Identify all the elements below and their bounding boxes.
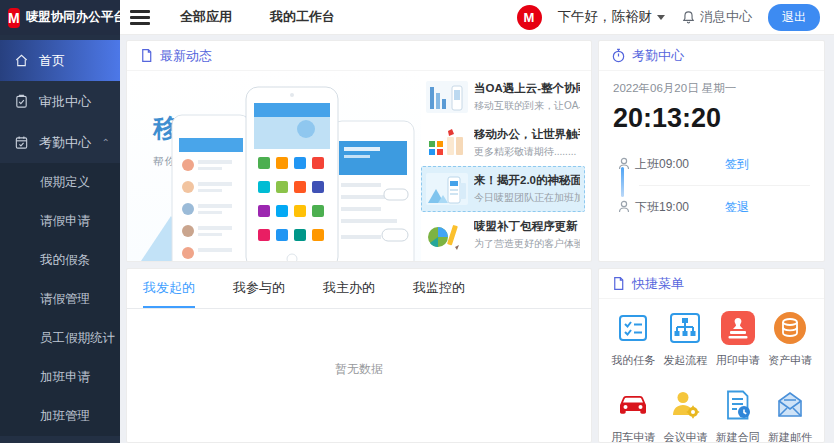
quick-menu-title: 快捷菜单 [632, 275, 684, 293]
menu-toggle-icon[interactable] [130, 10, 150, 25]
process-tabs: 我发起的 我参与的 我主办的 我监控的 [127, 269, 591, 309]
news-thumbnail [426, 173, 468, 205]
news-item[interactable]: 移动办公，让世界触手可 更多精彩敬请期待........ [421, 120, 585, 166]
check-out-link[interactable]: 签退 [725, 199, 749, 216]
quick-item-label: 会议申请 [663, 430, 707, 443]
phones-graphic [164, 83, 419, 261]
sidebar-item-employee-holiday-stats[interactable]: 员工假期统计 [0, 319, 120, 358]
top-header: M 唛盟协同办公平台 全部应用 我的工作台 M 下午好，陈裕财 消息中心 退出 [0, 0, 834, 35]
sidebar-item-label: 审批中心 [39, 93, 91, 111]
timeline-connector [621, 167, 624, 197]
attendance-panel-header: 考勤中心 [599, 41, 824, 71]
quick-item-label: 用车申请 [611, 430, 655, 443]
news-title: 移动办公，让世界触手可 [474, 127, 580, 142]
news-list: 当OA遇上云-整个协同OA 移动互联的到来，让OA与云 移动办公，让世界触手可 … [421, 71, 591, 261]
tab-monitored-by-me[interactable]: 我监控的 [413, 269, 465, 308]
sidebar-item-leave-management[interactable]: 请假管理 [0, 280, 120, 319]
top-nav: 全部应用 我的工作台 [180, 8, 335, 26]
news-desc: 为了营造更好的客户体验，唛 [474, 237, 580, 251]
car-icon [616, 388, 650, 422]
user-greeting-menu[interactable]: 下午好，陈裕财 [558, 8, 666, 26]
news-panel-header: 最新动态 [127, 41, 591, 71]
quick-item-label: 我的任务 [611, 353, 655, 368]
quick-item-meeting-request[interactable]: 会议申请 [663, 388, 707, 443]
attendance-clock: 20:13:20 [613, 103, 810, 134]
contract-icon [721, 388, 755, 422]
divider [639, 185, 810, 186]
app-brand: M 唛盟协同办公平台 [0, 0, 120, 35]
quick-item-asset-request[interactable]: 资产申请 [768, 311, 812, 368]
news-item-active[interactable]: 来！揭开2.0的神秘面纱- 今日唛盟团队正在加班加点， [421, 166, 585, 212]
sidebar-item-overtime-management[interactable]: 加班管理 [0, 397, 120, 436]
home-icon [14, 53, 29, 68]
quick-item-new-mail[interactable]: 新建邮件 [768, 388, 812, 443]
news-thumbnail [426, 127, 468, 159]
user-avatar[interactable]: M [517, 5, 542, 30]
flow-icon [668, 311, 702, 345]
header-right: M 下午好，陈裕财 消息中心 退出 [517, 4, 821, 31]
sidebar-item-label: 考勤中心 [39, 134, 91, 152]
sidebar-item-attendance-center[interactable]: 考勤中心 ⌃ [0, 122, 120, 163]
bell-icon [681, 10, 696, 25]
quick-item-label: 新建邮件 [768, 430, 812, 443]
news-title: 来！揭开2.0的神秘面纱- [474, 173, 580, 188]
nav-my-workbench[interactable]: 我的工作台 [270, 8, 335, 26]
check-out-label: 下班19:00 [635, 199, 689, 216]
promo-carousel[interactable]: 移动办公 帮你领先同行 把工作带出办公室 [127, 71, 421, 261]
header-main: 全部应用 我的工作台 M 下午好，陈裕财 消息中心 退出 [120, 0, 834, 35]
attendance-panel: 考勤中心 2022年06月20日 星期一 20:13:20 上班09:00 签到 [598, 40, 825, 262]
sidebar-submenu: 假期定义 请假申请 我的假条 请假管理 员工假期统计 加班申请 加班管理 [0, 163, 120, 436]
attendance-panel-title: 考勤中心 [632, 47, 684, 65]
app-title: 唛盟协同办公平台 [26, 9, 126, 26]
stopwatch-icon [611, 48, 626, 63]
quick-item-label: 发起流程 [663, 353, 707, 368]
meeting-icon [668, 388, 702, 422]
news-panel-title: 最新动态 [160, 47, 212, 65]
sidebar-item-holiday-definition[interactable]: 假期定义 [0, 163, 120, 202]
seal-icon [721, 311, 755, 345]
message-center-label: 消息中心 [700, 8, 752, 26]
news-desc: 更多精彩敬请期待........ [474, 145, 580, 159]
quick-item-my-tasks[interactable]: 我的任务 [611, 311, 655, 368]
sidebar-item-overtime-request[interactable]: 加班申请 [0, 358, 120, 397]
quick-menu-grid: 我的任务 发起流程 [599, 299, 824, 443]
sidebar-item-home[interactable]: 首页 [0, 40, 120, 81]
news-thumbnail [426, 219, 468, 251]
quick-item-label: 资产申请 [768, 353, 812, 368]
quick-item-label: 用印申请 [716, 353, 760, 368]
document-icon [611, 276, 626, 291]
nav-all-apps[interactable]: 全部应用 [180, 8, 232, 26]
news-desc: 移动互联的到来，让OA与云 [474, 99, 580, 113]
quick-item-new-contract[interactable]: 新建合同 [716, 388, 760, 443]
tab-participated-by-me[interactable]: 我参与的 [233, 269, 285, 308]
check-in-label: 上班09:00 [635, 156, 689, 173]
sidebar: 首页 审批中心 考勤中心 ⌃ 假期定义 请假申请 我的假条 请假管理 员工假期统… [0, 35, 120, 443]
quick-item-vehicle-request[interactable]: 用车申请 [611, 388, 655, 443]
sidebar-item-my-leave-notes[interactable]: 我的假条 [0, 241, 120, 280]
sidebar-item-label: 首页 [39, 52, 65, 70]
chevron-up-icon: ⌃ [102, 137, 110, 148]
tab-initiated-by-me[interactable]: 我发起的 [143, 269, 195, 308]
quick-menu-header: 快捷菜单 [599, 269, 824, 299]
news-desc: 今日唛盟团队正在加班加点， [474, 191, 580, 205]
news-item[interactable]: 当OA遇上云-整个协同OA 移动互联的到来，让OA与云 [421, 74, 585, 120]
chevron-down-icon [657, 15, 665, 20]
news-title: 当OA遇上云-整个协同OA [474, 81, 580, 96]
my-processes-panel: 我发起的 我参与的 我主办的 我监控的 暂无数据 [126, 268, 592, 443]
empty-state-text: 暂无数据 [127, 309, 591, 378]
news-item[interactable]: 唛盟补丁包程序更新 为了营造更好的客户体验，唛 [421, 212, 585, 258]
tab-hosted-by-me[interactable]: 我主办的 [323, 269, 375, 308]
check-in-link[interactable]: 签到 [725, 156, 749, 173]
news-thumbnail [426, 81, 468, 113]
document-icon [139, 48, 154, 63]
logout-button[interactable]: 退出 [768, 4, 820, 31]
quick-item-start-flow[interactable]: 发起流程 [663, 311, 707, 368]
sidebar-item-leave-request[interactable]: 请假申请 [0, 202, 120, 241]
quick-item-seal-request[interactable]: 用印申请 [716, 311, 760, 368]
check-in-row: 上班09:00 签到 [613, 147, 810, 181]
attendance-date: 2022年06月20日 星期一 [613, 81, 810, 96]
person-icon [613, 199, 635, 215]
sidebar-item-approval-center[interactable]: 审批中心 [0, 81, 120, 122]
news-title: 唛盟补丁包程序更新 [474, 219, 580, 234]
message-center-button[interactable]: 消息中心 [681, 8, 752, 26]
